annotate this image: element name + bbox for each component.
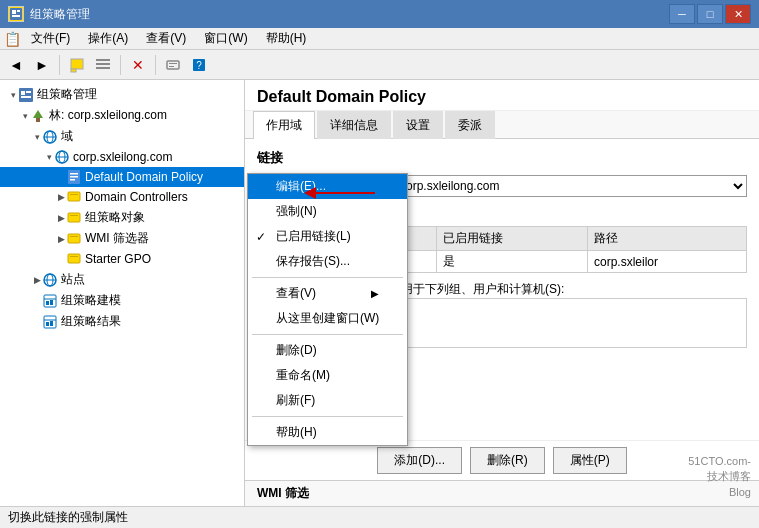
svg-rect-3 [12, 15, 20, 17]
svg-rect-17 [21, 96, 31, 98]
tree-forest[interactable]: ▾ 林: corp.sxleilong.com [0, 105, 244, 126]
svg-rect-32 [68, 213, 80, 222]
titlebar: 组策略管理 ─ □ ✕ [0, 0, 759, 28]
svg-rect-33 [70, 215, 78, 216]
tab-scope[interactable]: 作用域 [253, 111, 315, 139]
model-arrow [32, 296, 42, 306]
forward-button[interactable]: ► [30, 53, 54, 77]
tree-root[interactable]: ▾ 组策略管理 [0, 84, 244, 105]
dc-icon [66, 189, 82, 205]
svg-rect-6 [96, 59, 110, 61]
ctx-item-1[interactable]: 强制(N) [248, 199, 407, 224]
ctx-item-8[interactable]: 删除(D) [248, 338, 407, 363]
app-icon [8, 6, 24, 22]
context-menu: 编辑(E)...强制(N)✓已启用链接(L)保存报告(S)...查看(V)▶从这… [247, 173, 408, 446]
menu-help[interactable]: 帮助(H) [258, 28, 315, 49]
tree-wmi[interactable]: ▶ WMI 筛选器 [0, 228, 244, 249]
statusbar: 切换此链接的强制属性 [0, 506, 759, 528]
ctx-separator-4 [252, 277, 403, 278]
toolbar: ◄ ► ✕ ? [0, 50, 759, 80]
link-section-title: 链接 [257, 149, 747, 167]
svg-rect-9 [167, 61, 179, 69]
maximize-button[interactable]: □ [697, 4, 723, 24]
ctx-item-2[interactable]: ✓已启用链接(L) [248, 224, 407, 249]
svg-rect-48 [50, 321, 53, 326]
add-button[interactable]: 添加(D)... [377, 447, 462, 474]
close-button[interactable]: ✕ [725, 4, 751, 24]
col-path: 路径 [588, 227, 747, 251]
ctx-item-12[interactable]: 帮助(H) [248, 420, 407, 445]
domains-arrow: ▾ [32, 132, 42, 142]
ctx-label-5: 查看(V) [276, 285, 316, 302]
dc-arrow: ▶ [56, 192, 66, 202]
window-controls: ─ □ ✕ [669, 4, 751, 24]
help-button[interactable]: ? [187, 53, 211, 77]
tree-starter[interactable]: Starter GPO [0, 249, 244, 269]
menubar: 📋 文件(F) 操作(A) 查看(V) 窗口(W) 帮助(H) [0, 28, 759, 50]
svg-rect-19 [36, 118, 40, 122]
menu-file[interactable]: 文件(F) [23, 28, 78, 49]
ctx-label-8: 删除(D) [276, 342, 317, 359]
model-label: 组策略建模 [61, 292, 121, 309]
tab-details[interactable]: 详细信息 [317, 111, 391, 139]
gpo-arrow: ▶ [56, 213, 66, 223]
remove-button[interactable]: 删除(R) [470, 447, 545, 474]
ctx-label-2: 已启用链接(L) [276, 228, 351, 245]
tree-gpo-model[interactable]: 组策略建模 [0, 290, 244, 311]
ctx-item-10[interactable]: 刷新(F) [248, 388, 407, 413]
btn-row: 添加(D)... 删除(R) 属性(P) [245, 440, 759, 480]
svg-rect-35 [70, 236, 78, 237]
properties-button-right[interactable]: 属性(P) [553, 447, 627, 474]
properties-button[interactable] [161, 53, 185, 77]
tree-domains[interactable]: ▾ 域 [0, 126, 244, 147]
view-btn[interactable] [91, 53, 115, 77]
tree-gpo-result[interactable]: 组策略结果 [0, 311, 244, 332]
ctx-item-6[interactable]: 从这里创建窗口(W) [248, 306, 407, 331]
corp-label: corp.sxleilong.com [73, 150, 172, 164]
svg-rect-11 [169, 66, 174, 67]
svg-rect-8 [96, 67, 110, 69]
menu-view[interactable]: 查看(V) [138, 28, 194, 49]
link-select[interactable]: corp.sxleilong.com [391, 175, 747, 197]
root-arrow: ▾ [8, 90, 18, 100]
back-button[interactable]: ◄ [4, 53, 28, 77]
ctx-arrow-5: ▶ [371, 288, 379, 299]
gpo-icon [66, 210, 82, 226]
left-panel: ▾ 组策略管理 ▾ 林: corp.sxleilong.c [0, 80, 245, 506]
starter-arrow [56, 254, 66, 264]
ctx-item-5[interactable]: 查看(V)▶ [248, 281, 407, 306]
watermark-line3: Blog [729, 486, 751, 498]
svg-rect-31 [70, 194, 78, 195]
window-title: 组策略管理 [30, 6, 90, 23]
ctx-item-9[interactable]: 重命名(M) [248, 363, 407, 388]
svg-rect-43 [46, 301, 49, 305]
tab-settings[interactable]: 设置 [393, 111, 443, 139]
tree-default-policy[interactable]: Default Domain Policy [0, 167, 244, 187]
wmi-section: WMI 筛选 [245, 480, 759, 506]
ctx-item-3[interactable]: 保存报告(S)... [248, 249, 407, 274]
toolbar-sep-3 [155, 55, 156, 75]
watermark: 51CTO.com- 技术博客 Blog [688, 454, 751, 500]
up-button[interactable] [65, 53, 89, 77]
svg-rect-36 [68, 254, 80, 263]
ctx-item-0[interactable]: 编辑(E)... [248, 174, 407, 199]
app-menu-icon: 📋 [4, 31, 21, 47]
svg-rect-34 [68, 234, 80, 243]
svg-rect-27 [70, 173, 78, 175]
minimize-button[interactable]: ─ [669, 4, 695, 24]
tree-dc[interactable]: ▶ Domain Controllers [0, 187, 244, 207]
titlebar-left: 组策略管理 [8, 6, 90, 23]
menu-window[interactable]: 窗口(W) [196, 28, 255, 49]
ctx-label-3: 保存报告(S)... [276, 253, 350, 270]
delete-button[interactable]: ✕ [126, 53, 150, 77]
policy-icon [66, 169, 82, 185]
tab-delegation[interactable]: 委派 [445, 111, 495, 139]
menu-action[interactable]: 操作(A) [80, 28, 136, 49]
tree-corp[interactable]: ▾ corp.sxleilong.com [0, 147, 244, 167]
tree-sites[interactable]: ▶ 站点 [0, 269, 244, 290]
sites-icon [42, 272, 58, 288]
policy-arrow [56, 172, 66, 182]
svg-rect-4 [71, 59, 83, 69]
policy-title: Default Domain Policy [245, 80, 759, 111]
tree-gpo[interactable]: ▶ 组策略对象 [0, 207, 244, 228]
